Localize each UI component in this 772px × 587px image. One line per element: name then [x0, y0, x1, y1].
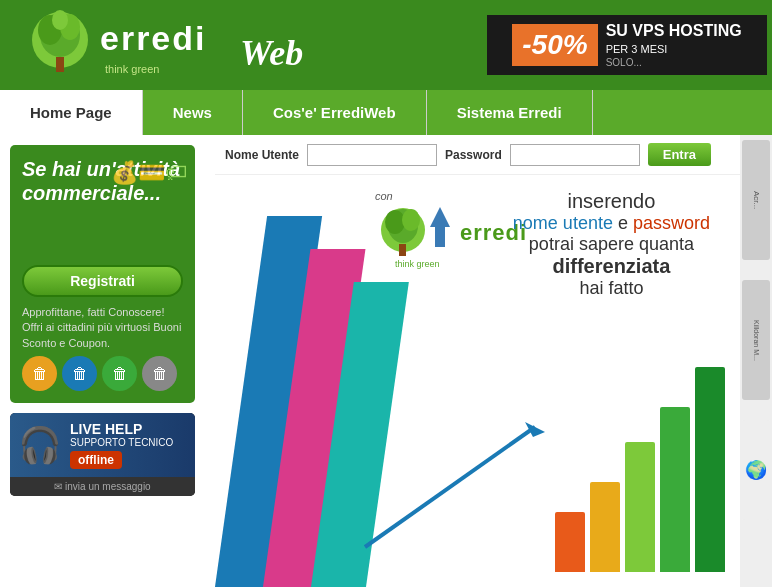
- right-ad-text-2: Killdoran M...: [753, 320, 760, 361]
- trash-gray: 🗑: [142, 356, 177, 391]
- headset-icon: 🎧: [18, 425, 62, 466]
- banner-discount: -50%: [512, 24, 597, 66]
- bar-3: [625, 442, 655, 572]
- bar-4: [660, 407, 690, 572]
- right-ad-2[interactable]: Killdoran M...: [742, 280, 770, 400]
- live-help-title: LIVE HELP: [70, 421, 173, 437]
- svg-text:erredi: erredi: [100, 19, 207, 57]
- register-button[interactable]: Registrati: [22, 265, 183, 297]
- banner-ad[interactable]: -50% SU VPS HOSTING PER 3 MESI SOLO...: [487, 15, 767, 75]
- right-ad-text-1: Acr...: [752, 191, 761, 209]
- trash-yellow: 🗑: [22, 356, 57, 391]
- nav-item-news[interactable]: News: [143, 90, 243, 135]
- arrow-svg: [355, 417, 555, 557]
- supporto-label: SUPPORTO TECNICO: [70, 437, 173, 448]
- potrai-text: potrai sapere quanta: [513, 234, 710, 255]
- svg-text:Web: Web: [240, 33, 303, 73]
- navigation: Home Page News Cos'e' ErrediWeb Sistema …: [0, 90, 772, 135]
- trash-green: 🗑: [102, 356, 137, 391]
- svg-rect-11: [399, 244, 406, 256]
- right-ad-3[interactable]: 🌍: [742, 420, 770, 520]
- svg-rect-2: [56, 57, 64, 72]
- chart-area: [555, 362, 725, 572]
- bar-1: [555, 512, 585, 572]
- offline-status: offline: [70, 451, 122, 469]
- commercial-sub-text: Approfittane, fatti Conoscere! Offri ai …: [22, 305, 183, 351]
- right-ad-1[interactable]: Acr...: [742, 140, 770, 260]
- svg-point-13: [402, 209, 420, 231]
- main-content: Se hai un'attività commerciale... 💰💳🏷 Re…: [0, 135, 772, 587]
- nav-item-home[interactable]: Home Page: [0, 90, 143, 135]
- nav-item-about[interactable]: Cos'e' ErrediWeb: [243, 90, 427, 135]
- differenziata-text: differenziata: [513, 255, 710, 278]
- password-input[interactable]: [510, 144, 640, 166]
- trash-icons: 🗑 🗑 🗑 🗑: [22, 356, 183, 391]
- nav-item-sistema[interactable]: Sistema Erredi: [427, 90, 593, 135]
- login-button[interactable]: Entra: [648, 143, 711, 166]
- hero-bg: con erredi think green in: [215, 175, 740, 587]
- commercial-box: Se hai un'attività commerciale... 💰💳🏷 Re…: [10, 145, 195, 403]
- inserendo-text: inserendo: [513, 190, 710, 213]
- live-help-text: LIVE HELP SUPPORTO TECNICO offline: [70, 421, 173, 469]
- login-bar: Nome Utente Password Entra: [215, 135, 740, 175]
- bar-2: [590, 482, 620, 572]
- svg-text:think green: think green: [105, 63, 159, 75]
- trash-blue: 🗑: [62, 356, 97, 391]
- hero-image: con erredi think green in: [215, 175, 740, 587]
- hero-nome-e-pass: nome utente e password: [513, 213, 710, 234]
- svg-text:think green: think green: [395, 259, 440, 269]
- e-text: e: [618, 213, 633, 233]
- money-icons: 💰💳🏷: [111, 160, 187, 186]
- right-sidebar: Acr... Killdoran M... 🌍: [740, 135, 772, 587]
- live-help-box: 🎧 LIVE HELP SUPPORTO TECNICO offline ✉ i…: [10, 413, 195, 496]
- password-text: password: [633, 213, 710, 233]
- logo-image: erredi Web think green: [10, 5, 330, 85]
- header: erredi Web think green -50% SU VPS HOSTI…: [0, 0, 772, 90]
- nome-utente-text: nome utente: [513, 213, 613, 233]
- password-label: Password: [445, 148, 502, 162]
- username-input[interactable]: [307, 144, 437, 166]
- center-content: Nome Utente Password Entra con: [215, 135, 740, 587]
- svg-point-12: [385, 210, 405, 234]
- hai-fatto-text: hai fatto: [513, 278, 710, 299]
- svg-point-5: [52, 10, 68, 30]
- live-help-inner: 🎧 LIVE HELP SUPPORTO TECNICO offline: [10, 413, 195, 477]
- svg-marker-14: [430, 207, 450, 247]
- left-sidebar: Se hai un'attività commerciale... 💰💳🏷 Re…: [0, 135, 215, 587]
- send-message-link[interactable]: ✉ invia un messaggio: [10, 477, 195, 496]
- logo-area: erredi Web think green: [0, 5, 330, 85]
- bar-5: [695, 367, 725, 572]
- banner-text: SU VPS HOSTING PER 3 MESI SOLO...: [598, 21, 742, 69]
- username-label: Nome Utente: [225, 148, 299, 162]
- hero-text-area: inserendo nome utente e password potrai …: [513, 190, 710, 299]
- globe-icon: 🌍: [745, 459, 767, 481]
